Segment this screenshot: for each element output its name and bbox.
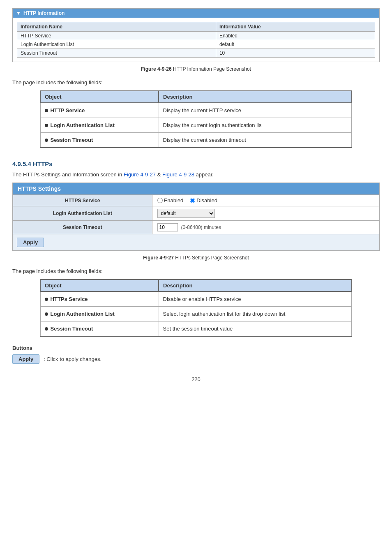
https-service-value: Enabled Disabled [152,195,379,206]
https-apply-button[interactable]: Apply [17,238,44,247]
section-heading: 4.9.5.4 HTTPs [12,160,380,167]
figure1-label: Figure 4-9-26 [141,66,172,72]
figure1-text: HTTP Information Page Screenshot [173,66,251,72]
bullet-icon [45,124,48,127]
http-panel-body: Information Name Information Value HTTP … [13,18,379,62]
apply-desc-button[interactable]: Apply [12,354,39,364]
table-row: HTTPs ServiceDisable or enable HTTPs ser… [40,291,352,307]
figure2-text: HTTPs Settings Page Screenshot [175,255,249,261]
section1-text: The page includes the following fields: [12,79,380,86]
bullet-icon [45,312,48,316]
object-cell: HTTPs Service [40,291,159,307]
apply-desc-text: : Click to apply changes. [44,356,101,362]
timeout-row: (0-86400) minutes [157,223,374,231]
table-cell: Session Timeout [17,49,216,58]
object-label: HTTP Service [51,107,85,113]
bullet-icon [45,327,48,331]
figure4-9-28-link[interactable]: Figure 4-9-28 [162,171,194,178]
https-service-row: HTTPS Service Enabled Disabled [13,195,379,206]
table-row: HTTP ServiceDisplay the current HTTP ser… [40,103,352,118]
table-row: Login Authentication ListSelect login au… [40,307,352,321]
figure1-caption: Figure 4-9-26 HTTP Information Page Scre… [12,66,380,72]
table-row: Session TimeoutDisplay the current sessi… [40,133,352,148]
object-label: Login Authentication List [51,122,115,128]
ft1-col2: Description [159,91,352,103]
object-label: Session Timeout [51,137,93,143]
table-cell: default [216,40,375,49]
desc-cell: Disable or enable HTTPs service [159,291,352,307]
https-settings-table: HTTPS Service Enabled Disabled Login Aut… [13,194,379,234]
info-col-value: Information Value [216,22,375,32]
object-cell: HTTP Service [40,103,159,118]
table-row: Login Authentication ListDisplay the cur… [40,118,352,133]
section2-post: appear. [194,171,214,178]
apply-btn-desc: Apply : Click to apply changes. [12,354,380,364]
desc-cell: Display the current session timeout [159,133,352,148]
https-disabled-radio[interactable] [190,198,195,203]
figure4-9-27-link[interactable]: Figure 4-9-27 [124,171,156,178]
desc-cell: Display the current login authentication… [159,118,352,133]
ft2-col2: Description [159,280,352,291]
desc-cell: Set the session timeout value [159,321,352,337]
https-settings-panel: HTTPS Settings HTTPS Service Enabled Dis… [12,183,380,251]
object-label: Login Authentication List [51,311,115,317]
figure2-caption: Figure 4-9-27 HTTPs Settings Page Screen… [12,255,380,261]
session-timeout-value: (0-86400) minutes [152,221,379,234]
login-auth-row: Login Authentication List default [13,206,379,221]
session-timeout-label: Session Timeout [13,221,152,234]
buttons-label: Buttons [12,345,380,351]
object-cell: Session Timeout [40,133,159,148]
bullet-icon [45,298,48,301]
https-enabled-radio[interactable] [157,198,163,203]
table-cell: Enabled [216,32,375,40]
http-information-panel: ▼ HTTP Information Information Name Info… [12,8,380,62]
bullet-icon [45,109,48,112]
ft1-col1: Object [40,91,159,103]
object-label: Session Timeout [51,326,93,332]
fields-table-1: Object Description HTTP ServiceDisplay t… [40,90,352,148]
desc-cell: Display the current HTTP service [159,103,352,118]
table-cell: HTTP Service [17,32,216,40]
section2-text: The HTTPs Settings and Information scree… [12,171,380,178]
table-cell: Login Authentication List [17,40,216,49]
section2-pre: The HTTPs Settings and Information scree… [12,171,124,178]
http-panel-title: HTTP Information [23,10,65,16]
buttons-section: Buttons Apply : Click to apply changes. [12,345,380,364]
https-service-label: HTTPS Service [13,195,152,206]
section3-text: The page includes the following fields: [12,268,380,274]
object-cell: Login Authentication List [40,118,159,133]
table-cell: 10 [216,49,375,58]
https-enabled-label[interactable]: Enabled [157,197,184,204]
table-row: Session TimeoutSet the session timeout v… [40,321,352,337]
object-cell: Session Timeout [40,321,159,337]
login-auth-select[interactable]: default [157,209,215,218]
section2-mid: & [156,171,162,178]
figure2-label: Figure 4-9-27 [143,255,174,261]
bullet-icon [45,139,48,142]
login-auth-label: Login Authentication List [13,206,152,221]
login-auth-value: default [152,206,379,221]
https-panel-title: HTTPS Settings [18,185,61,192]
info-col-name: Information Name [17,22,216,32]
https-disabled-label[interactable]: Disabled [190,197,217,204]
toggle-icon: ▼ [16,10,21,16]
https-panel-footer: Apply [13,234,379,250]
https-panel-header: HTTPS Settings [13,183,379,194]
session-timeout-row: Session Timeout (0-86400) minutes [13,221,379,234]
object-cell: Login Authentication List [40,307,159,321]
http-info-table: Information Name Information Value HTTP … [17,22,375,58]
object-label: HTTPs Service [51,296,88,302]
https-radio-group: Enabled Disabled [157,197,374,204]
desc-cell: Select login authentication list for thi… [159,307,352,321]
http-panel-header: ▼ HTTP Information [13,9,379,18]
timeout-hint: (0-86400) minutes [181,224,221,230]
fields-table-2: Object Description HTTPs ServiceDisable … [40,279,352,337]
timeout-input[interactable] [157,223,178,231]
page-number: 220 [12,376,380,382]
ft2-col1: Object [40,280,159,291]
